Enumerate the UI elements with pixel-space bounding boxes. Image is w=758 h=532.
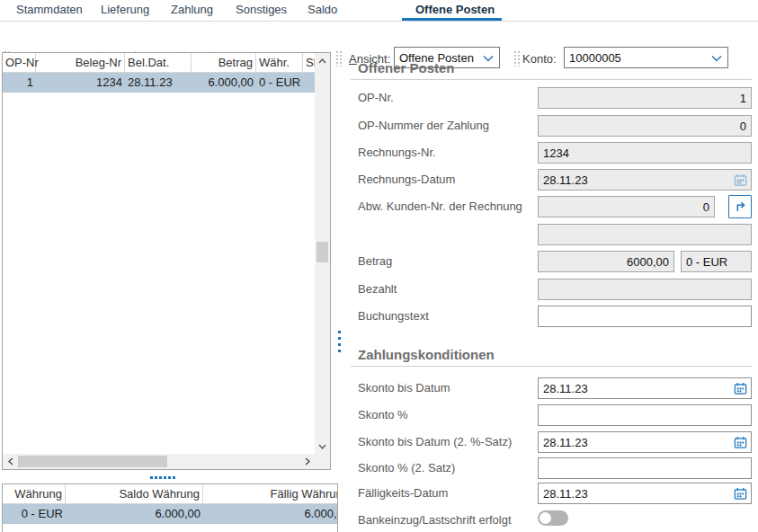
section-divider [351,366,752,367]
op-nr-zahlung-label: OP-Nummer der Zahlung [358,119,489,132]
scroll-down-arrow[interactable] [315,439,330,454]
skonto-bis-label: Skonto bis Datum [358,381,450,395]
vertical-scrollbar[interactable] [315,53,330,454]
goto-arrow-icon [733,200,747,214]
column-header-skonto[interactable]: Skonto [303,53,315,73]
scroll-left-arrow[interactable] [3,454,18,469]
scrollbar-corner [315,454,330,469]
grid-header-row: Währung Saldo Währung Fällig Währung [3,484,337,504]
column-header-bel-dat[interactable]: Bel.Dat. [125,53,192,73]
table-row[interactable]: 1 1234 28.11.23 6.000,00 0 - EUR [3,73,315,93]
op-nr-field [538,87,752,109]
buchungstext-field[interactable] [538,306,752,327]
abw-kunden-zusatz-field [538,224,752,245]
skonto-bis-input[interactable] [538,377,752,399]
chevron-down-icon [711,55,722,62]
calendar-icon[interactable] [733,381,748,396]
buchungstext-label: Buchungstext [358,309,429,323]
horizontal-scroll-thumb[interactable] [18,456,167,467]
cell-bel-dat: 28.11.23 [125,73,192,93]
skonto-prozent-field[interactable] [538,404,752,426]
faelligkeits-datum-input[interactable] [538,483,752,504]
bezahlt-field [538,279,752,300]
vertical-splitter[interactable] [338,331,341,356]
table-row[interactable]: 0 - EUR 6.000,00 6.000,00 [3,504,337,524]
toolbar-grip[interactable] [335,50,343,66]
chevron-down-icon [483,55,494,62]
grid-header-row: OP-Nr Beleg-Nr Bel.Dat. Betrag Währ. Sko… [3,53,315,73]
column-header-waehr[interactable]: Währ. [256,53,303,73]
cell-betrag: 6.000,00 [192,73,256,93]
cell-skonto [303,73,315,93]
toolbar: Ansicht: Offene Posten Konto: 10000005 [0,22,758,52]
skonto-prozent-2-field[interactable] [538,457,752,479]
tab-offene-posten[interactable]: Offene Posten [415,3,495,19]
tab-lieferung[interactable]: Lieferung [101,3,149,19]
rechnungs-datum-input [538,169,752,191]
skonto-bis-2-field[interactable] [538,431,752,453]
column-header-faellig-waehrung[interactable]: Fällig Währung [203,484,337,504]
horizontal-splitter[interactable] [150,476,176,479]
toolbar-grip[interactable] [513,50,521,66]
betrag-field [538,251,674,272]
scroll-right-arrow[interactable] [299,454,315,469]
section-title-offener-posten: Offener Posten [358,60,455,75]
column-header-beleg-nr[interactable]: Beleg-Nr [36,53,125,73]
konto-label: Konto: [522,52,557,66]
bezahlt-label: Bezahlt [358,282,397,296]
op-nr-zahlung-field [538,115,752,137]
column-header-waehrung[interactable]: Währung [3,484,66,504]
skonto-prozent-label: Skonto % [358,408,408,421]
tab-bar: Stammdaten Lieferung Zahlung Sonstiges S… [0,0,758,22]
open-items-window: Stammdaten Lieferung Zahlung Sonstiges S… [0,0,758,532]
rechnungs-nr-field [538,142,752,164]
bankeinzug-toggle[interactable] [538,510,568,526]
skonto-bis-field[interactable] [538,377,752,399]
cell-faellig: 6.000,00 [203,504,337,524]
goto-customer-button[interactable] [728,195,752,218]
cell-beleg-nr: 1234 [36,73,125,93]
op-nr-label: OP-Nr. [358,91,394,104]
calendar-icon[interactable] [733,435,748,450]
section-divider [351,79,752,80]
calendar-icon [733,173,748,188]
column-header-op-nr[interactable]: OP-Nr [3,53,36,73]
active-tab-indicator [402,18,502,21]
tab-stammdaten[interactable]: Stammdaten [16,3,83,19]
cell-waehrung: 0 - EUR [256,73,303,93]
calendar-icon[interactable] [733,486,748,501]
scroll-up-arrow[interactable] [315,53,330,68]
column-header-saldo-waehrung[interactable]: Saldo Währung [66,484,203,504]
konto-combobox[interactable]: 10000005 [564,47,728,68]
tab-zahlung[interactable]: Zahlung [171,3,213,19]
tab-sonstiges[interactable]: Sonstiges [236,3,287,19]
faelligkeits-datum-label: Fälligkeits-Datum [358,486,448,500]
abw-kunden-nr-label: Abw. Kunden-Nr. der Rechnung [358,200,522,213]
toggle-knob [540,512,551,524]
betrag-label: Betrag [358,254,392,268]
horizontal-scrollbar[interactable] [3,454,315,469]
cell-op-nr: 1 [3,73,36,93]
skonto-bis-2-input[interactable] [538,431,752,453]
cell-saldo: 6.000,00 [66,504,203,524]
bankeinzug-label: Bankeinzug/Lastschrift erfolgt [358,513,512,527]
rechnungs-datum-field [538,169,752,191]
skonto-prozent-2-label: Skonto % (2. Satz) [358,461,455,474]
betrag-waehrung-field [681,251,752,272]
konto-value: 10000005 [569,51,621,65]
rechnungs-nr-label: Rechnungs-Nr. [358,146,436,159]
abw-kunden-nr-field [538,196,715,217]
open-items-grid: OP-Nr Beleg-Nr Bel.Dat. Betrag Währ. Sko… [2,52,331,470]
column-header-betrag[interactable]: Betrag [192,53,256,73]
skonto-bis-2-label: Skonto bis Datum (2. %-Satz) [358,435,512,448]
saldo-grid: Währung Saldo Währung Fällig Währung 0 -… [2,483,338,532]
vertical-scroll-thumb[interactable] [317,242,328,262]
faelligkeits-datum-field[interactable] [538,483,752,504]
rechnungs-datum-label: Rechnungs-Datum [358,173,455,186]
section-title-zahlungskonditionen: Zahlungskonditionen [358,347,495,362]
cell-waehrung: 0 - EUR [3,504,66,524]
tab-saldo[interactable]: Saldo [308,3,337,19]
